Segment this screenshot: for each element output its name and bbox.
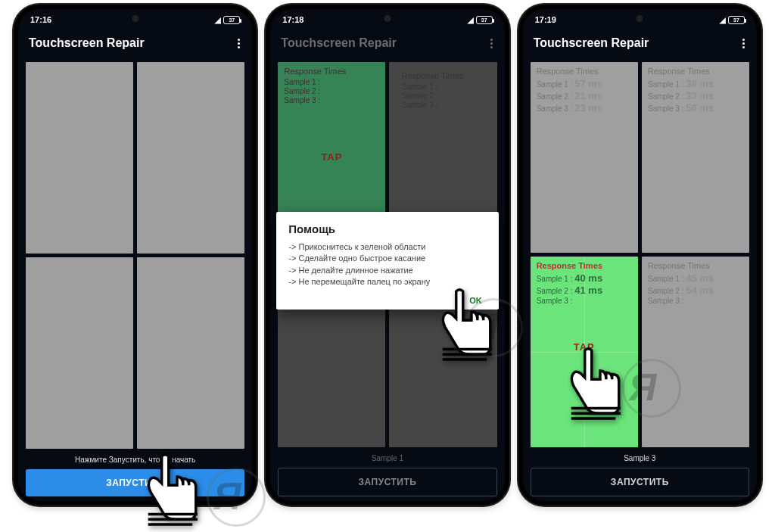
signal-icon: ◢ [215, 16, 220, 24]
more-icon[interactable] [236, 34, 241, 53]
status-time: 17:18 [282, 15, 303, 24]
grid-cell-bl-active[interactable]: Response Times Sample 1 : 40 ms Sample 2… [531, 257, 638, 447]
grid-cell-br[interactable] [137, 257, 244, 449]
hint-text: Sample 1 [278, 450, 496, 465]
app-title: Touchscreen Repair [534, 36, 649, 50]
camera-notch [132, 15, 139, 22]
status-time: 17:19 [535, 15, 556, 24]
camera-notch [636, 15, 643, 22]
grid-cell-br[interactable]: Response Times Sample 1 : 45 ms Sample 2… [642, 257, 749, 447]
phone-2: 17:18 ◢ 37 Touchscreen Repair Response T… [266, 5, 509, 506]
launch-button[interactable]: ЗАПУСТИТЬ [278, 468, 496, 496]
tap-label: TAP [321, 151, 342, 163]
grid-cell-tr[interactable]: Response Times Sample 1 : 38 ms Sample 2… [642, 62, 749, 253]
help-dialog: Помощь -> Прикоснитесь к зеленой области… [276, 212, 498, 310]
status-time: 17:16 [30, 15, 51, 24]
app-title: Touchscreen Repair [281, 36, 397, 50]
dialog-title: Помощь [288, 222, 486, 235]
grid-cell-tl[interactable]: Response Times Sample 1 : 57 ms Sample 2… [531, 62, 638, 253]
more-icon[interactable] [741, 34, 746, 53]
watermark: Я [207, 468, 266, 527]
signal-icon: ◢ [468, 16, 473, 24]
launch-button[interactable]: ЗАПУСТИТЬ [531, 468, 749, 496]
grid-cell-bl[interactable] [26, 257, 133, 449]
app-title: Touchscreen Repair [29, 36, 145, 50]
watermark: Я [622, 359, 681, 418]
phone-1: 17:16 ◢ 37 Touchscreen Repair Нажмите За… [14, 5, 257, 506]
hint-text: Sample 3 [531, 450, 749, 465]
phone-3: 17:19 ◢ 37 Touchscreen Repair Response T… [518, 5, 761, 506]
battery-icon: 37 [728, 16, 745, 24]
watermark: Я [464, 298, 523, 357]
grid-cell-tl[interactable] [26, 62, 133, 254]
more-icon[interactable] [489, 34, 494, 53]
hint-text: Нажмите Запустить, чтобы начать [26, 452, 244, 466]
grid-cell-tr[interactable] [137, 62, 244, 254]
camera-notch [384, 15, 391, 22]
battery-icon: 37 [223, 16, 240, 24]
signal-icon: ◢ [720, 16, 725, 24]
tap-label: TAP [574, 341, 595, 353]
battery-icon: 37 [476, 16, 493, 24]
